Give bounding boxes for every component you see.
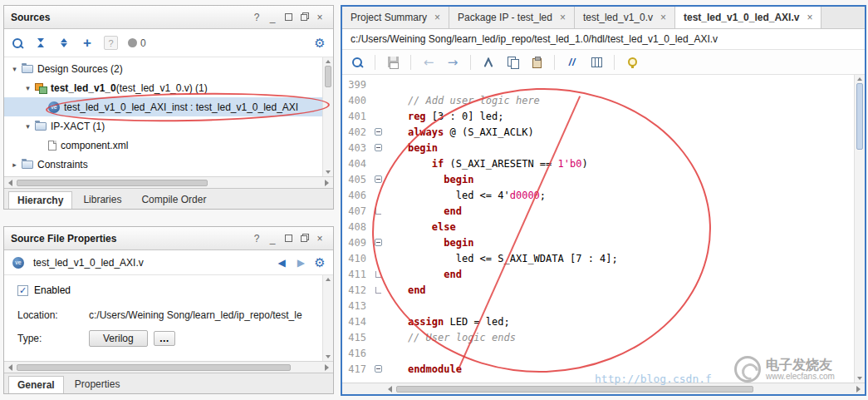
tree-item[interactable]: ▾test_led_v1_0 (test_led_v1_0.v) (1)	[4, 78, 333, 97]
messages-badge[interactable]: 0	[128, 37, 146, 49]
toggle-comment-icon[interactable]: //	[566, 55, 579, 70]
editor-tab[interactable]: Project Summary×	[342, 7, 449, 28]
line-number: 402	[342, 126, 372, 138]
minimize-icon[interactable]: _	[266, 12, 279, 23]
help-icon[interactable]: ?	[250, 12, 263, 23]
tree-item[interactable]: ▾IP-XACT (1)	[4, 116, 333, 136]
fold-collapse-icon[interactable]	[372, 365, 384, 373]
paste-icon[interactable]	[530, 55, 543, 70]
enabled-checkbox[interactable]: ✓	[17, 285, 28, 296]
code-token	[384, 221, 432, 233]
editor-tab[interactable]: Package IP - test_led×	[449, 7, 575, 28]
code-text: assign LED = led;	[384, 316, 510, 328]
sources-tab[interactable]: Libraries	[74, 190, 130, 209]
scroll-thumb[interactable]	[325, 66, 331, 87]
maximize-icon[interactable]	[282, 233, 295, 244]
code-area[interactable]: 399400 // Add user logic here401 reg [3 …	[342, 75, 865, 383]
back-arrow-icon[interactable]: ◀	[278, 257, 286, 269]
tab-close-icon[interactable]: ×	[560, 12, 566, 23]
float-icon[interactable]	[297, 12, 311, 23]
properties-vertical-scrollbar[interactable]	[322, 275, 333, 361]
enabled-label: Enabled	[34, 284, 71, 296]
tree-item[interactable]: vetest_led_v1_0_led_AXI_inst : test_led_…	[4, 97, 333, 116]
lightbulb-icon[interactable]	[625, 55, 639, 70]
tree-item[interactable]: component.xml	[4, 136, 333, 155]
code-text: begin	[384, 174, 473, 185]
scroll-up-icon[interactable]	[326, 60, 331, 63]
scroll-right-icon[interactable]	[325, 180, 329, 186]
tree-item[interactable]: ▾Design Sources (2)	[4, 59, 333, 78]
scroll-down-icon[interactable]	[326, 355, 331, 358]
properties-tab[interactable]: Properties	[66, 375, 130, 393]
code-text: begin	[384, 237, 473, 249]
save-icon[interactable]	[386, 55, 400, 70]
type-more-button[interactable]: …	[154, 331, 175, 346]
scroll-thumb[interactable]	[396, 386, 753, 393]
search-icon[interactable]	[351, 55, 364, 70]
fold-collapse-icon[interactable]	[372, 239, 384, 246]
scroll-down-icon[interactable]	[857, 377, 862, 380]
scroll-thumb[interactable]	[856, 83, 863, 150]
help-icon[interactable]: ?	[250, 233, 263, 244]
code-text: if (S_AXI_ARESETN == 1'b0)	[384, 158, 588, 170]
close-icon[interactable]: ×	[313, 233, 326, 244]
tree-vertical-scrollbar[interactable]	[322, 57, 333, 176]
sources-tab[interactable]: Compile Order	[132, 190, 215, 209]
line-number: 404	[342, 158, 372, 170]
type-value-field[interactable]: Verilog	[89, 330, 148, 347]
tree-expander-icon[interactable]: ▸	[9, 160, 20, 169]
tab-close-icon[interactable]: ×	[807, 12, 812, 23]
location-value: c:/Users/Weining Song/learn_led/ip_repo/…	[89, 309, 302, 321]
sources-tab[interactable]: Hierarchy	[8, 191, 72, 210]
scroll-right-icon[interactable]	[856, 386, 861, 393]
tree-expander-icon[interactable]: ▾	[22, 84, 33, 92]
code-token	[384, 111, 408, 122]
tab-close-icon[interactable]: ×	[434, 12, 440, 23]
copy-icon[interactable]	[506, 55, 519, 70]
fold-collapse-icon[interactable]	[372, 144, 384, 151]
expand-all-icon[interactable]	[57, 36, 71, 51]
scroll-thumb[interactable]	[17, 180, 208, 186]
search-icon[interactable]	[11, 36, 24, 51]
tree-expander-icon[interactable]: ▾	[22, 122, 33, 131]
redo-icon[interactable]: →	[446, 55, 459, 70]
scroll-up-icon[interactable]	[857, 77, 862, 81]
scroll-left-icon[interactable]	[8, 364, 12, 371]
tree-item[interactable]: ▸Constraints	[4, 155, 333, 174]
properties-tab[interactable]: General	[8, 376, 64, 394]
fold-collapse-icon[interactable]	[372, 175, 384, 183]
code-token: end	[408, 284, 426, 296]
scroll-thumb[interactable]	[17, 364, 291, 371]
close-icon[interactable]: ×	[313, 12, 326, 23]
editor-vertical-scrollbar[interactable]	[854, 75, 865, 383]
code-line: 403 begin	[342, 140, 865, 156]
float-icon[interactable]	[297, 233, 311, 244]
collapse-all-icon[interactable]	[34, 36, 47, 51]
undo-icon[interactable]: ←	[422, 55, 435, 70]
fold-collapse-icon[interactable]	[372, 128, 384, 136]
fold-box-glyph	[375, 144, 382, 151]
tree-expander-icon[interactable]: ▾	[9, 65, 20, 73]
help-toggle-icon[interactable]: ?	[104, 36, 118, 50]
editor-tab[interactable]: test_led_v1_0.v×	[575, 7, 675, 28]
scroll-down-icon[interactable]	[326, 170, 331, 174]
tab-close-icon[interactable]: ×	[660, 12, 666, 23]
code-token	[384, 205, 444, 217]
add-sources-icon[interactable]: +	[81, 36, 94, 51]
editor-tab[interactable]: test_led_v1_0_led_AXI.v×	[675, 7, 821, 28]
scroll-right-icon[interactable]	[325, 364, 329, 371]
scroll-left-icon[interactable]	[8, 180, 12, 186]
toggle-columns-icon[interactable]	[590, 55, 603, 70]
scroll-left-icon[interactable]	[388, 386, 392, 393]
code-token	[384, 316, 408, 328]
scroll-up-icon[interactable]	[326, 278, 331, 281]
properties-horizontal-scrollbar[interactable]	[4, 361, 333, 373]
cut-icon[interactable]	[482, 55, 495, 70]
properties-gear-icon[interactable]: ⚙	[313, 255, 326, 270]
minimize-icon[interactable]: _	[266, 233, 279, 244]
settings-gear-icon[interactable]: ⚙	[313, 36, 326, 51]
editor-horizontal-scrollbar[interactable]	[342, 383, 865, 394]
forward-arrow-icon[interactable]: ▶	[297, 257, 305, 269]
maximize-icon[interactable]	[282, 12, 295, 23]
tree-horizontal-scrollbar[interactable]	[4, 176, 333, 188]
